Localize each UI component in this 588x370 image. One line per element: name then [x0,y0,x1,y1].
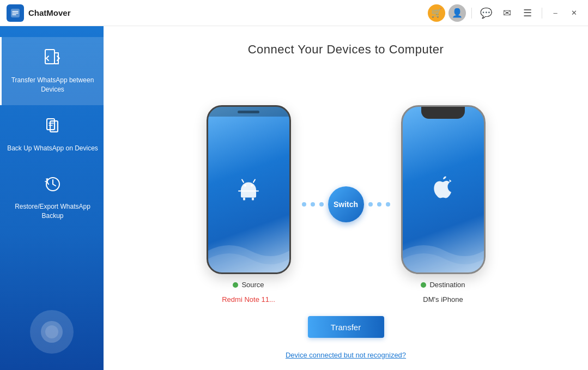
dot-3 [319,202,324,207]
svg-rect-3 [50,121,58,132]
source-status-dot [233,282,238,288]
sidebar: Transfer WhatsApp between Devices Back U… [0,26,104,370]
separator2 [542,8,542,19]
android-speaker [238,111,259,113]
sidebar-item-backup[interactable]: Back Up WhatsApp on Devices [0,105,104,164]
user-icon[interactable]: 👤 [448,4,466,22]
sidebar-bottom [0,305,104,359]
transfer-btn-row: Transfer [308,314,384,338]
transfer-icon [43,48,63,71]
dot-6 [386,202,390,207]
menu-icon[interactable]: ☰ [519,4,536,22]
dot-4 [368,202,373,207]
svg-point-8 [251,185,253,187]
svg-rect-10 [243,198,245,201]
svg-rect-1 [45,50,54,64]
close-button[interactable]: ✕ [566,5,581,21]
titlebar-left: ChatMover [7,4,71,22]
switch-button[interactable]: Switch [328,186,364,222]
footer-link[interactable]: Device connected but not recognized? [286,351,406,359]
source-device-section: Source Redmi Note 11... [207,105,291,304]
android-icon [233,172,264,208]
backup-icon [43,116,63,139]
app-name: ChatMover [28,8,71,17]
source-device-name: Redmi Note 11... [222,295,275,304]
iphone-phone [401,105,486,274]
sidebar-item-backup-label: Back Up WhatsApp on Devices [7,144,98,153]
dest-status: Destination [421,281,465,289]
app-logo [7,4,24,22]
titlebar: ChatMover 🛒 👤 💬 ✉ ☰ – ✕ [0,0,588,26]
transfer-button[interactable]: Transfer [308,316,384,338]
source-label: Source [241,281,264,289]
svg-rect-11 [252,198,254,201]
restore-icon [43,174,63,198]
sidebar-item-transfer[interactable]: Transfer WhatsApp between Devices [0,37,104,105]
sidebar-item-transfer-label: Transfer WhatsApp between Devices [7,76,98,94]
android-topbar [208,107,289,117]
dot-1 [302,202,306,207]
phone-wave-iphone [403,229,484,272]
device-area: Source Redmi Note 11... Switch [114,73,577,336]
titlebar-right: 🛒 👤 💬 ✉ ☰ – ✕ [428,4,581,22]
dest-status-dot [421,282,426,288]
chat-icon[interactable]: 💬 [477,4,495,22]
svg-point-7 [244,185,246,187]
minimize-button[interactable]: – [548,5,563,21]
dot-5 [377,202,381,207]
content-area: Connect Your Devices to Computer [104,26,588,370]
sidebar-decoration [30,310,74,354]
android-phone [207,105,291,274]
switch-area: Switch [291,186,401,222]
source-status: Source [233,281,264,289]
page-title: Connect Your Devices to Computer [248,43,444,57]
iphone-notch [421,107,465,119]
mail-icon[interactable]: ✉ [498,4,516,22]
dest-label: Destination [429,281,465,289]
svg-rect-9 [241,191,256,198]
destination-device-section: Destination DM's iPhone [401,105,486,304]
phone-wave-android [208,229,289,272]
sidebar-item-restore[interactable]: Restore/Export WhatsApp Backup [0,163,104,232]
cart-icon[interactable]: 🛒 [428,4,445,22]
main-layout: Transfer WhatsApp between Devices Back U… [0,26,588,370]
dest-device-name: DM's iPhone [423,295,463,304]
svg-point-6 [45,325,58,338]
dot-2 [311,202,315,207]
apple-icon [429,173,457,207]
sidebar-item-restore-label: Restore/Export WhatsApp Backup [7,202,98,221]
separator [471,8,472,19]
